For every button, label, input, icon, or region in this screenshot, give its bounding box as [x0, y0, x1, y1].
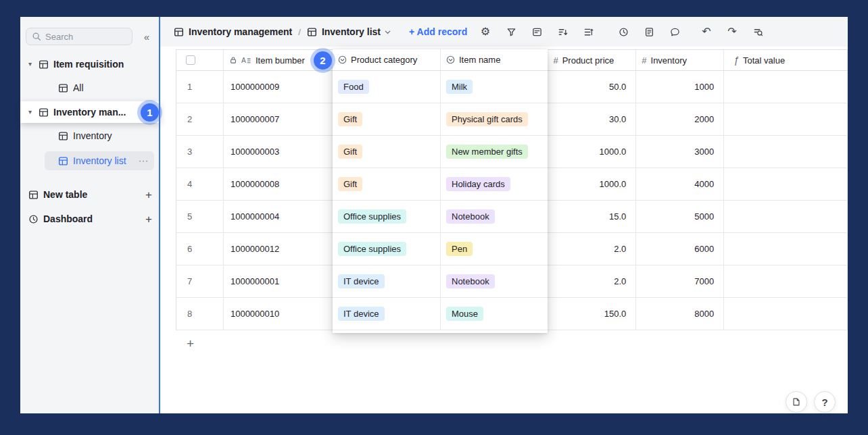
cell-inventory[interactable]: 8000: [636, 298, 724, 330]
history-icon[interactable]: [617, 26, 629, 38]
row-number[interactable]: 2: [176, 103, 224, 135]
cell-total-value[interactable]: [724, 103, 848, 135]
cell-product-category[interactable]: IT device: [333, 265, 441, 297]
cell-item-number[interactable]: 1000000004: [224, 201, 333, 232]
cell-total-value[interactable]: [724, 233, 848, 265]
cell-total-value[interactable]: [724, 201, 848, 232]
cell-item-name[interactable]: New member gifts: [441, 136, 548, 168]
undo-icon[interactable]: ↶: [700, 26, 713, 38]
settings-gear-icon[interactable]: ⚙: [479, 26, 491, 38]
cell-item-name[interactable]: Physical gift cards: [441, 103, 548, 135]
row-number[interactable]: 1: [176, 71, 224, 103]
cell-item-number[interactable]: 1000000008: [224, 168, 333, 200]
cell-item-name[interactable]: Milk: [441, 71, 548, 103]
category-tag[interactable]: Gift: [338, 112, 362, 126]
document-button[interactable]: [786, 391, 807, 413]
row-number[interactable]: 8: [176, 298, 224, 330]
add-dashboard-button[interactable]: +: [145, 213, 159, 225]
add-record-row[interactable]: +: [176, 330, 848, 357]
cell-product-price[interactable]: 1000.0: [548, 168, 636, 200]
cell-product-category[interactable]: Gift: [333, 103, 441, 135]
redo-icon[interactable]: ↷: [726, 26, 738, 38]
cell-product-price[interactable]: 150.0: [548, 298, 636, 330]
cell-product-price[interactable]: 2.0: [548, 233, 636, 265]
category-tag[interactable]: Office supplies: [338, 242, 406, 256]
row-number[interactable]: 3: [176, 136, 224, 168]
header-product-price[interactable]: # Product price: [548, 50, 636, 70]
category-tag[interactable]: Gift: [338, 177, 362, 191]
form-icon[interactable]: [643, 26, 655, 38]
item-name-tag[interactable]: Notebook: [446, 209, 495, 224]
cell-total-value[interactable]: [724, 298, 848, 330]
row-number[interactable]: 4: [176, 168, 224, 200]
category-tag[interactable]: IT device: [338, 274, 385, 288]
cell-item-number[interactable]: 1000000010: [224, 298, 333, 330]
filter-icon[interactable]: [505, 26, 517, 38]
card-view-icon[interactable]: [531, 26, 543, 38]
breadcrumb-current[interactable]: Inventory list: [322, 26, 381, 37]
cell-product-category[interactable]: Office supplies: [333, 201, 441, 232]
item-name-tag[interactable]: New member gifts: [446, 145, 528, 159]
cell-product-price[interactable]: 1000.0: [548, 136, 636, 168]
cell-product-category[interactable]: Food: [333, 71, 441, 103]
item-name-tag[interactable]: Holiday cards: [446, 177, 510, 191]
cell-inventory[interactable]: 1000: [636, 71, 724, 103]
sidebar-new-table[interactable]: New table +: [20, 186, 159, 203]
row-number[interactable]: 6: [176, 233, 224, 265]
sidebar-dashboard[interactable]: Dashboard +: [20, 210, 159, 228]
cell-inventory[interactable]: 6000: [636, 233, 724, 265]
sidebar-collapse-icon[interactable]: «: [139, 28, 155, 45]
sidebar-resize-divider[interactable]: [159, 17, 160, 413]
row-number[interactable]: 5: [176, 201, 224, 232]
cell-product-price[interactable]: 50.0: [548, 71, 636, 103]
search-field[interactable]: [45, 32, 126, 42]
item-name-tag[interactable]: Notebook: [446, 274, 495, 288]
search-input[interactable]: [26, 28, 132, 45]
cell-product-price[interactable]: 15.0: [548, 201, 636, 232]
cell-item-number[interactable]: 1000000007: [224, 103, 333, 135]
sidebar-item-all[interactable]: All: [45, 79, 154, 97]
item-name-tag[interactable]: Pen: [446, 242, 473, 256]
select-all-checkbox[interactable]: [186, 55, 195, 65]
cell-product-category[interactable]: IT device: [333, 298, 441, 330]
cell-inventory[interactable]: 2000: [636, 103, 724, 135]
sidebar-item-item-requisition[interactable]: ▾ Item requisition: [20, 55, 159, 73]
sidebar-item-inventory-management[interactable]: ▾ Inventory man...: [20, 101, 160, 123]
cell-total-value[interactable]: [724, 136, 848, 168]
cell-item-name[interactable]: Notebook: [441, 201, 548, 232]
cell-item-name[interactable]: Holiday cards: [441, 168, 548, 200]
cell-item-name[interactable]: Mouse: [441, 298, 548, 330]
group-icon[interactable]: [582, 26, 594, 38]
cell-product-category[interactable]: Office supplies: [333, 233, 441, 265]
cell-item-name[interactable]: Pen: [441, 233, 548, 265]
breadcrumb-root[interactable]: Inventory management: [189, 26, 292, 37]
category-tag[interactable]: IT device: [338, 307, 385, 321]
cell-item-number[interactable]: 1000000012: [224, 233, 333, 265]
cell-item-name[interactable]: Notebook: [441, 265, 548, 297]
comment-icon[interactable]: [669, 26, 681, 38]
header-inventory[interactable]: # Inventory: [636, 50, 724, 70]
cell-inventory[interactable]: 7000: [636, 265, 724, 297]
chevron-down-icon[interactable]: [384, 28, 391, 36]
add-record-button[interactable]: + Add record: [409, 26, 467, 37]
category-tag[interactable]: Food: [338, 80, 369, 94]
item-name-tag[interactable]: Physical gift cards: [446, 112, 528, 126]
item-name-tag[interactable]: Mouse: [446, 307, 483, 321]
category-tag[interactable]: Office supplies: [338, 209, 406, 224]
item-name-tag[interactable]: Milk: [446, 80, 473, 94]
cell-inventory[interactable]: 3000: [636, 136, 724, 168]
header-item-name[interactable]: Item name: [441, 49, 548, 70]
table-search-icon[interactable]: [752, 26, 764, 38]
more-options-icon[interactable]: ···: [139, 156, 154, 165]
cell-total-value[interactable]: [724, 71, 848, 103]
category-tag[interactable]: Gift: [338, 145, 362, 159]
cell-item-number[interactable]: 1000000001: [224, 265, 333, 297]
help-button[interactable]: ?: [814, 391, 836, 413]
header-product-category[interactable]: Product category: [333, 49, 441, 70]
cell-item-number[interactable]: 1000000009: [224, 71, 333, 103]
cell-item-number[interactable]: 1000000003: [224, 136, 333, 168]
cell-total-value[interactable]: [724, 265, 848, 297]
cell-product-price[interactable]: 30.0: [548, 103, 636, 135]
cell-inventory[interactable]: 4000: [636, 168, 724, 200]
caret-down-icon[interactable]: ▾: [28, 61, 35, 68]
